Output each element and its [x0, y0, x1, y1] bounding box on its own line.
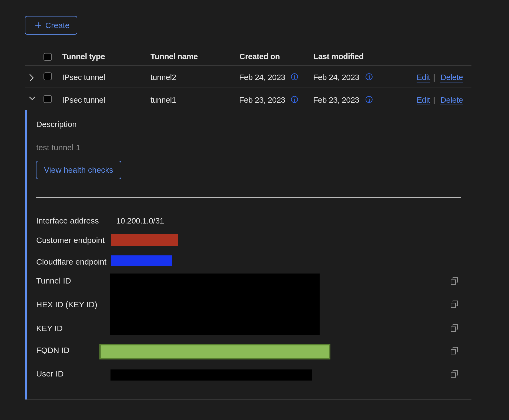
svg-text:i: i	[294, 97, 296, 103]
svg-text:i: i	[369, 97, 370, 103]
svg-text:i: i	[294, 74, 296, 80]
svg-text:i: i	[369, 74, 370, 80]
